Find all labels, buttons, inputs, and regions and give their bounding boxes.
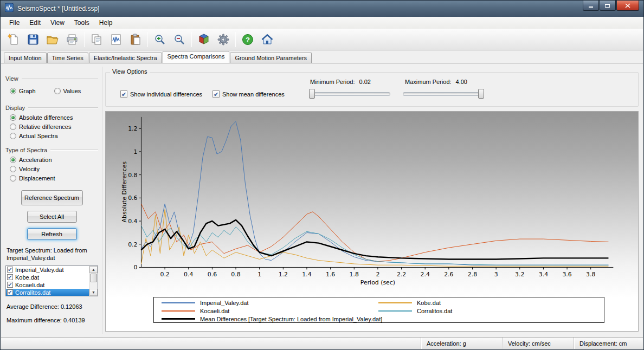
chart-panel: 0.20.40.60.811.21.41.61.822.22.42.62.833… xyxy=(105,111,639,332)
radio-graph[interactable]: Graph xyxy=(10,88,54,94)
legend-label: Mean Differences [Target Spectrum: Loade… xyxy=(200,316,382,322)
tabstrip: Input Motion Time Series Elastic/Inelast… xyxy=(1,51,643,63)
select-all-button[interactable]: Select All xyxy=(27,211,77,223)
cube-icon xyxy=(197,33,210,46)
radio-label: Relative differences xyxy=(19,124,71,130)
radio-absolute-differences[interactable]: Absolute differences xyxy=(10,114,98,121)
radio-actual-spectra[interactable]: Actual Spectra xyxy=(10,133,98,139)
svg-text:2.2: 2.2 xyxy=(397,271,406,278)
new-button[interactable] xyxy=(4,30,23,49)
checkbox-icon[interactable] xyxy=(7,282,13,288)
maximum-period-label: Maximum Period:4.00 xyxy=(405,79,467,85)
minimum-period-slider[interactable] xyxy=(309,88,390,99)
maximum-period-value: 4.00 xyxy=(456,79,467,85)
svg-text:3.6: 3.6 xyxy=(562,271,571,278)
refresh-button[interactable]: Refresh xyxy=(27,228,77,240)
help-button[interactable]: ? xyxy=(238,30,257,49)
tab-ground-motion-parameters[interactable]: Ground Motion Parameters xyxy=(230,53,312,63)
3d-view-button[interactable] xyxy=(194,30,214,49)
copy-button[interactable] xyxy=(87,30,106,49)
slider-thumb[interactable] xyxy=(309,89,315,99)
legend-entry-kobe: Kobe.dat xyxy=(378,300,604,306)
maximum-period-slider[interactable] xyxy=(403,88,484,99)
new-document-icon xyxy=(7,33,20,46)
radio-icon xyxy=(10,114,16,121)
radio-acceleration[interactable]: Acceleration xyxy=(10,157,98,163)
group-display-label: Display xyxy=(5,105,25,111)
minimize-icon xyxy=(588,3,594,8)
radio-icon xyxy=(10,88,16,94)
radio-icon xyxy=(10,124,16,130)
waveform-icon xyxy=(110,33,123,46)
list-item-label: Imperial_Valey.dat xyxy=(15,267,63,273)
maximum-difference-label: Maximum difference: 0.40139 xyxy=(7,317,97,323)
zoom-out-button[interactable] xyxy=(170,30,189,49)
slider-track[interactable] xyxy=(403,92,484,96)
scroll-up-icon[interactable]: ▲ xyxy=(89,266,98,273)
svg-text:1.2: 1.2 xyxy=(128,125,137,132)
checkbox-icon[interactable] xyxy=(7,289,13,295)
show-individual-differences-checkbox[interactable]: Show individual differences xyxy=(120,90,202,98)
legend-label: Imperial_Valey.dat xyxy=(200,300,248,306)
radio-velocity[interactable]: Velocity xyxy=(10,166,98,172)
settings-button[interactable] xyxy=(214,30,233,49)
open-button[interactable] xyxy=(43,30,62,49)
tab-spectra-comparisons[interactable]: Spectra Comparisons xyxy=(163,51,230,63)
svg-text:0.4: 0.4 xyxy=(128,218,137,225)
listbox-scrollbar[interactable]: ▲ ▼ xyxy=(89,266,98,296)
tab-elastic-inelastic-spectra[interactable]: Elastic/Inelastic Spectra xyxy=(89,53,162,63)
save-button[interactable] xyxy=(23,30,43,49)
radio-label: Velocity xyxy=(19,166,40,172)
slider-thumb[interactable] xyxy=(478,89,484,99)
list-item-imperial-valey[interactable]: Imperial_Valey.dat xyxy=(6,266,89,274)
menu-help[interactable]: Help xyxy=(94,17,118,28)
svg-text:0.2: 0.2 xyxy=(128,241,137,248)
group-divider xyxy=(22,78,98,79)
reference-spectrum-button[interactable]: Reference Spectrum xyxy=(21,190,83,205)
menu-tools[interactable]: Tools xyxy=(69,17,94,28)
titlebar[interactable]: SeismoSpect * [Untitled.ssp] xyxy=(1,1,643,17)
menu-file[interactable]: File xyxy=(4,17,24,28)
radio-displacement[interactable]: Displacement xyxy=(10,175,98,182)
legend-label: Corralitos.dat xyxy=(417,308,452,314)
view-options-group: View Options Show individual differences… xyxy=(105,72,639,107)
slider-track[interactable] xyxy=(309,92,390,96)
group-display: Display xyxy=(5,105,98,111)
show-mean-differences-checkbox[interactable]: Show mean differences xyxy=(212,90,285,98)
tab-time-series[interactable]: Time Series xyxy=(47,53,88,63)
time-series-button[interactable] xyxy=(106,30,126,49)
zoom-in-button[interactable] xyxy=(150,30,170,49)
radio-values[interactable]: Values xyxy=(54,88,99,94)
toolbar-separator xyxy=(147,32,148,47)
close-button[interactable] xyxy=(616,1,639,11)
checkbox-icon[interactable] xyxy=(7,267,13,273)
list-item-kocaeli[interactable]: Kocaeli.dat xyxy=(6,281,89,289)
gear-icon xyxy=(217,33,230,46)
open-folder-icon xyxy=(46,33,59,46)
paste-icon xyxy=(129,33,142,46)
radio-relative-differences[interactable]: Relative differences xyxy=(10,124,98,130)
svg-text:1: 1 xyxy=(134,148,138,155)
paste-button[interactable] xyxy=(126,30,145,49)
svg-text:2.6: 2.6 xyxy=(444,271,453,278)
average-difference-label: Average Difference: 0.12063 xyxy=(7,303,97,310)
list-item-corralitos[interactable]: Corralitos.dat xyxy=(6,289,89,296)
minimize-button[interactable] xyxy=(583,1,599,11)
menu-edit[interactable]: Edit xyxy=(24,17,46,28)
checkbox-icon[interactable] xyxy=(7,274,13,280)
list-item-label: Kocaeli.dat xyxy=(15,282,44,288)
legend-line-sample xyxy=(162,302,195,303)
list-item-kobe[interactable]: Kobe.dat xyxy=(6,274,89,281)
maximize-button[interactable] xyxy=(600,1,616,11)
tab-input-motion[interactable]: Input Motion xyxy=(4,53,47,63)
svg-text:2.4: 2.4 xyxy=(421,271,430,278)
scrollbar-thumb[interactable] xyxy=(90,274,97,282)
home-button[interactable] xyxy=(257,30,277,49)
statusbar: Acceleration: g Velocity: cm/sec Displac… xyxy=(1,337,643,349)
print-button[interactable] xyxy=(62,30,82,49)
list-item-label: Kobe.dat xyxy=(15,274,39,281)
group-type-of-spectra-label: Type of Spectra xyxy=(5,147,47,153)
menu-view[interactable]: View xyxy=(46,17,69,28)
close-icon xyxy=(625,3,630,8)
scroll-down-icon[interactable]: ▼ xyxy=(89,289,98,296)
